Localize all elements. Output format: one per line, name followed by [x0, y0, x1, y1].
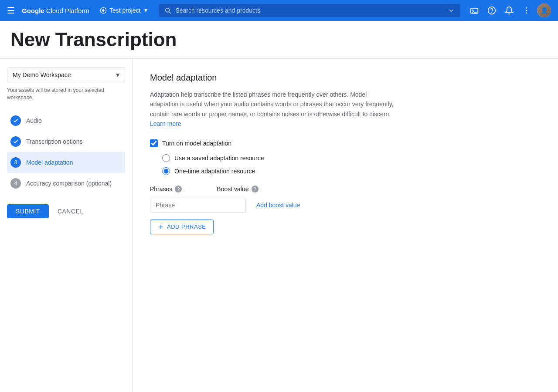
page-title-bar: New Transcription [0, 21, 558, 59]
add-phrase-button-label: ADD PHRASE [167, 223, 206, 230]
turn-on-adaptation-row: Turn on model adaptation [150, 139, 541, 147]
avatar[interactable]: 👤 [537, 3, 551, 17]
plus-icon [157, 223, 164, 230]
submit-button[interactable]: SUBMIT [7, 204, 49, 218]
boost-help-icon[interactable]: ? [252, 186, 259, 193]
radio-label-onetime: One-time adaptation resource [174, 168, 255, 175]
chevron-down-icon: ▼ [143, 7, 148, 14]
step-label-transcription: Transcription options [26, 138, 82, 145]
radio-row-saved: Use a saved adaptation resource [162, 154, 541, 162]
step-icon-transcription [10, 136, 21, 147]
learn-more-link[interactable]: Learn more [150, 120, 181, 127]
phrase-input[interactable] [150, 198, 246, 213]
svg-point-1 [102, 9, 104, 11]
step-label-accuracy: Accuracy comparison (optional) [26, 180, 112, 187]
step-icon-accuracy: 4 [10, 178, 21, 189]
add-boost-link[interactable]: Add boost value [256, 202, 300, 209]
step-item-audio[interactable]: Audio [7, 110, 125, 131]
workspace-hint: Your assets will be stored in your selec… [7, 87, 125, 101]
cloud-shell-icon[interactable] [467, 3, 481, 17]
turn-on-adaptation-label: Turn on model adaptation [162, 140, 231, 147]
nav-icons: 👤 [467, 3, 551, 17]
step-icon-audio [10, 115, 21, 126]
google-brand-text: Google [22, 7, 44, 14]
workspace-select[interactable]: My Demo Workspace [7, 68, 125, 82]
radio-row-onetime: One-time adaptation resource [162, 167, 541, 175]
step-item-accuracy[interactable]: 4 Accuracy comparison (optional) [7, 173, 125, 194]
step-label-model: Model adaptation [26, 159, 73, 166]
section-title: Model adaptation [150, 73, 541, 83]
brand-logo: Google Cloud Platform [22, 7, 89, 14]
step-label-audio: Audio [26, 117, 42, 124]
phrases-section: Phrases ? Boost value ? Add boost value … [150, 186, 541, 234]
radio-group-options: Use a saved adaptation resource One-time… [162, 154, 541, 175]
radio-label-saved: Use a saved adaptation resource [174, 155, 264, 162]
page-title: New Transcription [10, 29, 548, 51]
project-selector[interactable]: Test project ▼ [96, 5, 152, 16]
help-icon[interactable] [485, 3, 499, 17]
step-number-accuracy: 4 [14, 180, 17, 186]
section-description: Adaptation help transcribe the listed ph… [150, 90, 394, 129]
notifications-icon[interactable] [502, 3, 516, 17]
radio-onetime[interactable] [162, 167, 170, 175]
phrases-header: Phrases ? Boost value ? [150, 186, 541, 193]
top-nav: ☰ Google Cloud Platform Test project ▼ 👤 [0, 0, 558, 21]
content-area: Model adaptation Adaptation help transcr… [133, 59, 558, 392]
product-brand-text: Cloud Platform [46, 7, 89, 14]
main-layout: My Demo Workspace ▼ Your assets will be … [0, 59, 558, 392]
radio-saved[interactable] [162, 154, 170, 162]
sidebar: My Demo Workspace ▼ Your assets will be … [0, 59, 133, 392]
checkmark-icon-transcription [13, 139, 19, 145]
phrase-row: Add boost value [150, 198, 541, 213]
sidebar-actions: SUBMIT CANCEL [7, 204, 125, 218]
avatar-image: 👤 [537, 3, 551, 17]
phrases-help-icon[interactable]: ? [175, 186, 182, 193]
project-name: Test project [109, 7, 141, 14]
search-input[interactable] [175, 7, 444, 14]
more-options-icon[interactable] [520, 3, 534, 17]
svg-point-6 [526, 10, 527, 11]
step-item-transcription[interactable]: Transcription options [7, 131, 125, 152]
step-item-model[interactable]: 3 Model adaptation [7, 152, 125, 173]
checkmark-icon-audio [13, 118, 19, 124]
boost-col-label: Boost value [217, 186, 248, 193]
cancel-button[interactable]: CANCEL [56, 204, 85, 218]
search-dropdown-icon[interactable] [447, 7, 455, 14]
search-icon [164, 7, 172, 14]
step-list: Audio Transcription options 3 Model adap… [7, 110, 125, 194]
svg-point-4 [491, 12, 492, 13]
add-phrase-button[interactable]: ADD PHRASE [150, 220, 214, 234]
svg-point-5 [526, 7, 527, 9]
boost-col-header: Boost value ? [217, 186, 258, 193]
project-icon [100, 7, 107, 14]
step-icon-model: 3 [10, 157, 21, 168]
workspace-selector-wrapper: My Demo Workspace ▼ [7, 68, 125, 82]
svg-point-7 [526, 13, 527, 14]
phrases-col-label: Phrases [150, 186, 172, 193]
search-bar[interactable] [159, 4, 460, 17]
turn-on-adaptation-checkbox[interactable] [150, 139, 158, 147]
step-number-model: 3 [14, 159, 17, 166]
hamburger-icon[interactable]: ☰ [7, 5, 15, 16]
phrases-col-header: Phrases ? [150, 186, 182, 193]
